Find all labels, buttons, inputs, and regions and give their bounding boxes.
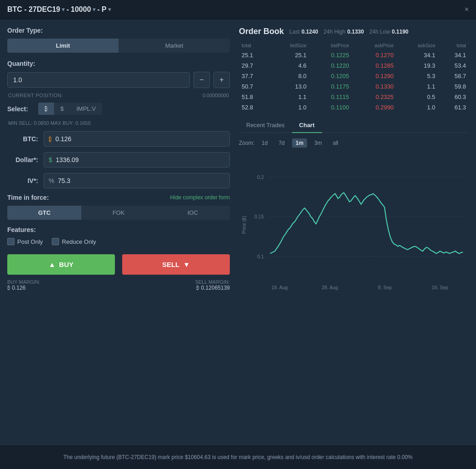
tif-fok[interactable]: FOK <box>81 206 155 220</box>
table-row: 51.8 1.1 0.1115 0.2325 0.5 60.3 <box>239 92 469 102</box>
btc-price-row: BTC: ₿ <box>7 131 230 147</box>
title-separator2: - <box>97 5 99 14</box>
buy-margin-value: ₿ 0.126 <box>7 285 40 291</box>
reduce-only-label: Reduce Only <box>62 238 96 245</box>
quantity-increment-button[interactable]: + <box>213 72 230 88</box>
cell-total-ask: 34.1 <box>438 50 469 60</box>
zoom-3m[interactable]: 3m <box>311 138 326 148</box>
zoom-1d[interactable]: 1d <box>258 138 271 148</box>
instrument-name: BTC - 27DEC19 <box>7 5 60 14</box>
select-row: Select: ₿ $ IMPL.V <box>7 103 230 115</box>
cell-ask-size: 1.1 <box>397 81 438 92</box>
tab-limit[interactable]: Limit <box>7 39 119 53</box>
svg-text:0.2: 0.2 <box>257 174 264 180</box>
tif-ioc[interactable]: IOC <box>156 206 230 220</box>
sell-button[interactable]: SELL ▼ <box>122 254 230 275</box>
cell-total-ask: 59.8 <box>438 81 469 92</box>
table-row: 25.1 25.1 0.1225 0.1270 34.1 34.1 <box>239 50 469 60</box>
cell-total-bid: 29.7 <box>239 60 270 71</box>
left-panel: Order Type: Limit Market Quantity: − + C… <box>7 27 230 438</box>
tif-gtc[interactable]: GTC <box>7 206 81 220</box>
reduce-only-checkbox[interactable] <box>52 238 59 245</box>
tab-market[interactable]: Market <box>119 39 230 53</box>
select-btc[interactable]: ₿ <box>38 103 54 115</box>
cell-total-bid: 51.8 <box>239 92 270 102</box>
title-bar-title: BTC - 27DEC19 ▾ - 10000 ▾ - P ▾ <box>7 5 111 14</box>
btc-price-label: BTC: <box>7 135 44 143</box>
tab-recent-trades[interactable]: Recent Trades <box>239 118 292 133</box>
iv-price-row: IV*: % <box>7 173 230 188</box>
col-total-bid: total <box>239 41 270 50</box>
col-total-ask: total <box>438 41 469 50</box>
btc-price-input[interactable] <box>55 132 225 146</box>
tab-chart[interactable]: Chart <box>292 118 322 133</box>
min-max-text: MIN SELL: 0.0850 MAX BUY: 0.1650 <box>8 120 91 126</box>
dollar-price-input-wrap: $ <box>44 152 230 168</box>
iv-price-input[interactable] <box>58 173 225 188</box>
type-dropdown-icon[interactable]: ▾ <box>108 6 111 13</box>
cell-bid-price: 0.1115 <box>309 92 352 102</box>
post-only-checkbox[interactable] <box>7 238 15 245</box>
zoom-row: Zoom: 1d 7d 1m 3m all <box>239 138 469 148</box>
cell-bid-price: 0.1100 <box>309 102 352 113</box>
quantity-input[interactable] <box>7 72 190 88</box>
zoom-all[interactable]: all <box>329 138 342 148</box>
svg-rect-0 <box>239 153 469 296</box>
cell-bid-size: 1.1 <box>270 92 309 102</box>
zoom-1m[interactable]: 1m <box>292 138 307 148</box>
cell-ask-price: 0.2990 <box>352 102 397 113</box>
features-label: Features: <box>7 226 230 233</box>
cell-ask-price: 0.1285 <box>352 60 397 71</box>
quantity-heading: Quantity: <box>7 60 230 67</box>
post-only-item[interactable]: Post Only <box>7 238 43 245</box>
zoom-label: Zoom: <box>239 140 254 146</box>
low-label: 24h Low <box>369 29 390 35</box>
table-row: 52.8 1.0 0.1100 0.2990 1.0 61.3 <box>239 102 469 113</box>
select-label: Select: <box>7 105 35 113</box>
cell-bid-size: 1.0 <box>270 102 309 113</box>
currency-select-group: ₿ $ IMPL.V <box>38 103 102 115</box>
col-bid-size: bidSize <box>270 41 309 50</box>
cell-total-bid: 37.7 <box>239 71 270 81</box>
hide-complex-link[interactable]: Hide complex order form <box>170 194 230 201</box>
cell-total-ask: 58.7 <box>438 71 469 81</box>
close-button[interactable]: × <box>465 5 469 14</box>
time-in-force-row: Time in force: Hide complex order form <box>7 194 230 201</box>
order-book-title: Order Book <box>239 27 284 36</box>
zoom-7d[interactable]: 7d <box>275 138 288 148</box>
cell-ask-price: 0.1330 <box>352 81 397 92</box>
dollar-price-label: Dollar*: <box>7 156 44 163</box>
buy-button[interactable]: ▲ BUY <box>7 254 115 275</box>
cell-total-bid: 50.7 <box>239 81 270 92</box>
content-area: Order Type: Limit Market Quantity: − + C… <box>0 20 476 445</box>
price-dropdown-icon[interactable]: ▾ <box>93 6 95 13</box>
low-value: 0.1190 <box>392 29 409 35</box>
order-book-body: 25.1 25.1 0.1225 0.1270 34.1 34.1 29.7 4… <box>239 50 469 113</box>
instrument-dropdown-icon[interactable]: ▾ <box>62 6 64 13</box>
sell-margin-label: SELL MARGIN: <box>195 279 230 285</box>
order-type-heading: Order Type: <box>7 27 230 34</box>
quantity-decrement-button[interactable]: − <box>193 72 210 88</box>
table-header-row: total bidSize bidPrice askPrice askSize … <box>239 41 469 50</box>
chart-tabs: Recent Trades Chart <box>239 118 469 133</box>
footer-text: The underlying future (BTC-27DEC19) mark… <box>63 454 412 460</box>
percent-icon: % <box>49 177 54 184</box>
svg-text:8. Sep: 8. Sep <box>378 285 392 290</box>
buy-margin-label: BUY MARGIN: <box>7 279 40 285</box>
svg-text:0.15: 0.15 <box>254 214 264 219</box>
cell-bid-price: 0.1220 <box>309 60 352 71</box>
reduce-only-item[interactable]: Reduce Only <box>52 238 96 245</box>
cell-total-bid: 25.1 <box>239 50 270 60</box>
cell-ask-price: 0.2325 <box>352 92 397 102</box>
select-usd[interactable]: $ <box>54 103 70 115</box>
dollar-price-input[interactable] <box>56 153 225 167</box>
select-implv[interactable]: IMPL.V <box>70 103 102 115</box>
features-row: Post Only Reduce Only <box>7 238 230 245</box>
cell-bid-size: 13.0 <box>270 81 309 92</box>
col-bid-price: bidPrice <box>309 41 352 50</box>
sell-margin-group: SELL MARGIN: ₿ 0.12065139 <box>195 279 230 291</box>
order-type-tab-group: Limit Market <box>7 39 230 53</box>
sell-icon: ▼ <box>183 261 190 268</box>
cell-ask-size: 19.3 <box>397 60 438 71</box>
svg-text:18. Aug: 18. Aug <box>272 285 288 290</box>
